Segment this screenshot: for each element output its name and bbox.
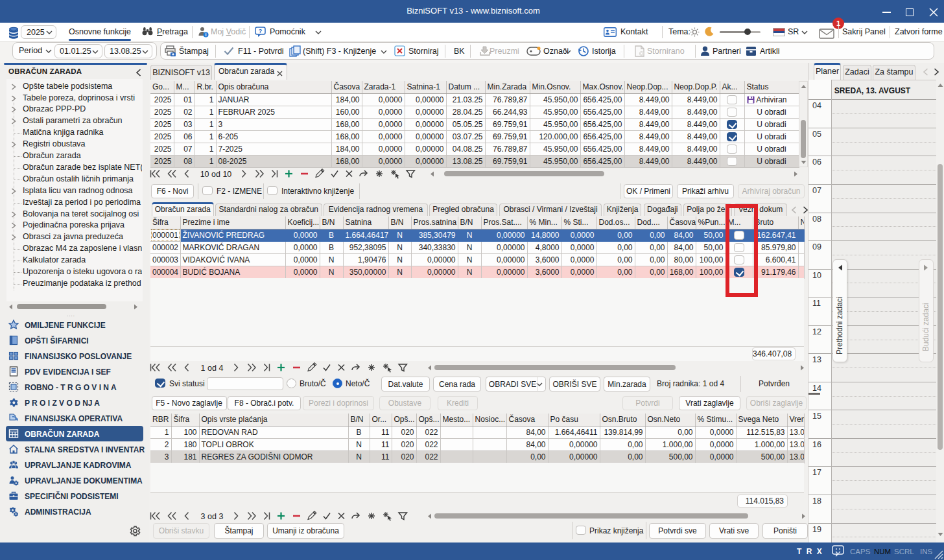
svg-text:?: ? <box>259 28 263 34</box>
svg-text:i: i <box>205 32 206 38</box>
svg-text:3 od 3: 3 od 3 <box>201 512 224 521</box>
svg-text:10 od 10: 10 od 10 <box>200 170 232 179</box>
svg-text:1 od 4: 1 od 4 <box>201 364 224 373</box>
